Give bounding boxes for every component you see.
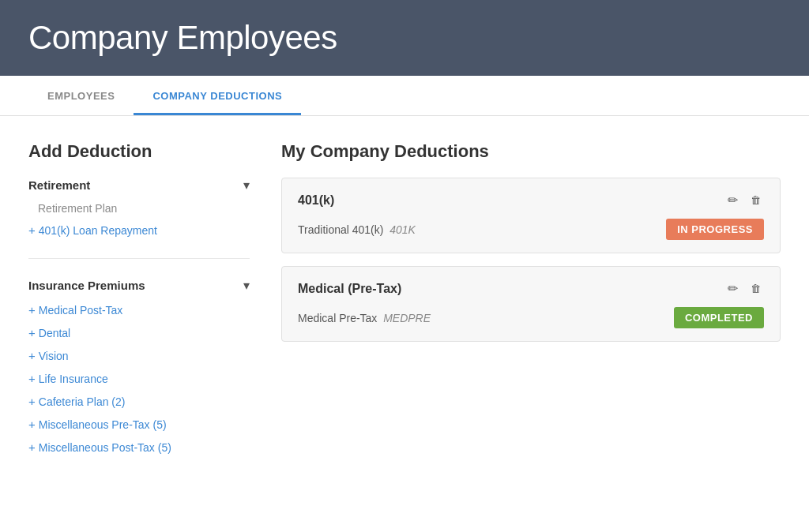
medical-pre-tax-edit-pencil-icon: ✏	[728, 281, 738, 296]
misc-pre-tax-plus-icon: +	[28, 418, 36, 431]
medical-pre-tax-card-title: Medical (Pre-Tax)	[298, 282, 401, 296]
misc-post-tax-label: Miscellaneous Post-Tax (5)	[39, 441, 171, 454]
401k-card-title: 401(k)	[298, 193, 334, 208]
401k-status-badge: IN PROGRESS	[666, 219, 764, 240]
medical-pre-tax-card: Medical (Pre-Tax) ✏ 🗑 Medical Pre-Tax ME…	[281, 266, 781, 342]
misc-post-tax-link[interactable]: + Miscellaneous Post-Tax (5)	[28, 436, 250, 458]
vision-label: Vision	[39, 350, 69, 362]
401k-loan-label: 401(k) Loan Repayment	[39, 224, 157, 237]
dental-link[interactable]: + Dental	[28, 322, 250, 343]
insurance-section: Insurance Premiums + Medical Post-Tax + …	[28, 278, 250, 475]
401k-card-description: Traditional 401(k) 401K	[298, 223, 416, 236]
life-insurance-label: Life Insurance	[39, 373, 108, 385]
cafeteria-plan-plus-icon: +	[28, 395, 36, 408]
401k-card-header: 401(k) ✏ 🗑	[298, 191, 764, 209]
life-insurance-link[interactable]: + Life Insurance	[28, 368, 250, 389]
tabs-container: EMPLOYEES COMPANY DEDUCTIONS	[0, 76, 809, 116]
vision-link[interactable]: + Vision	[28, 345, 250, 366]
retirement-plan-item: Retirement Plan	[28, 199, 250, 218]
page-title: Company Employees	[28, 19, 781, 57]
dental-label: Dental	[39, 327, 70, 339]
medical-pre-tax-card-header: Medical (Pre-Tax) ✏ 🗑	[298, 279, 764, 298]
medical-post-tax-link[interactable]: + Medical Post-Tax	[28, 299, 250, 320]
retirement-section: Retirement Retirement Plan + 401(k) Loan…	[28, 178, 250, 259]
medical-pre-tax-delete-button[interactable]: 🗑	[747, 281, 764, 296]
cafeteria-plan-label: Cafeteria Plan (2)	[39, 395, 126, 408]
tab-employees[interactable]: EMPLOYEES	[28, 76, 134, 115]
page-header: Company Employees	[0, 0, 809, 76]
401k-card-body: Traditional 401(k) 401K IN PROGRESS	[298, 219, 764, 240]
cafeteria-plan-link[interactable]: + Cafeteria Plan (2)	[28, 391, 250, 412]
401k-delete-button[interactable]: 🗑	[747, 193, 764, 208]
misc-pre-tax-label: Miscellaneous Pre-Tax (5)	[39, 418, 167, 431]
life-insurance-plus-icon: +	[28, 372, 36, 385]
dental-plus-icon: +	[28, 326, 36, 339]
insurance-section-title: Insurance Premiums	[28, 279, 145, 292]
401k-edit-pencil-icon: ✏	[728, 193, 738, 208]
401k-loan-plus-icon: +	[28, 223, 36, 237]
medical-pre-tax-edit-button[interactable]: ✏	[724, 279, 741, 298]
medical-pre-tax-card-description: Medical Pre-Tax MEDPRE	[298, 312, 431, 324]
medical-post-tax-plus-icon: +	[28, 303, 36, 317]
retirement-chevron-icon[interactable]	[243, 178, 250, 193]
insurance-chevron-icon[interactable]	[243, 278, 250, 293]
vision-plus-icon: +	[28, 349, 36, 362]
401k-loan-link[interactable]: + 401(k) Loan Repayment	[28, 219, 250, 241]
medical-pre-tax-status-badge: COMPLETED	[674, 307, 764, 328]
medical-post-tax-label: Medical Post-Tax	[39, 304, 123, 317]
401k-delete-trash-icon: 🗑	[751, 194, 761, 206]
main-content: Add Deduction Retirement Retirement Plan…	[0, 116, 809, 532]
retirement-section-header: Retirement	[28, 178, 250, 193]
retirement-section-title: Retirement	[28, 178, 90, 192]
insurance-section-header: Insurance Premiums	[28, 278, 250, 293]
401k-card-actions: ✏ 🗑	[724, 191, 764, 209]
401k-card: 401(k) ✏ 🗑 Traditional 401(k) 401K IN PR…	[281, 178, 781, 253]
401k-edit-button[interactable]: ✏	[724, 191, 741, 209]
medical-pre-tax-card-body: Medical Pre-Tax MEDPRE COMPLETED	[298, 307, 764, 328]
misc-pre-tax-link[interactable]: + Miscellaneous Pre-Tax (5)	[28, 414, 250, 435]
medical-pre-tax-card-actions: ✏ 🗑	[724, 279, 764, 298]
deductions-panel: My Company Deductions 401(k) ✏ 🗑 Traditi…	[281, 141, 781, 520]
sidebar-heading: Add Deduction	[28, 141, 250, 162]
tab-company-deductions[interactable]: COMPANY DEDUCTIONS	[134, 76, 301, 115]
deductions-heading: My Company Deductions	[281, 141, 781, 162]
medical-pre-tax-delete-trash-icon: 🗑	[751, 283, 761, 294]
misc-post-tax-plus-icon: +	[28, 440, 36, 454]
sidebar: Add Deduction Retirement Retirement Plan…	[28, 141, 250, 520]
